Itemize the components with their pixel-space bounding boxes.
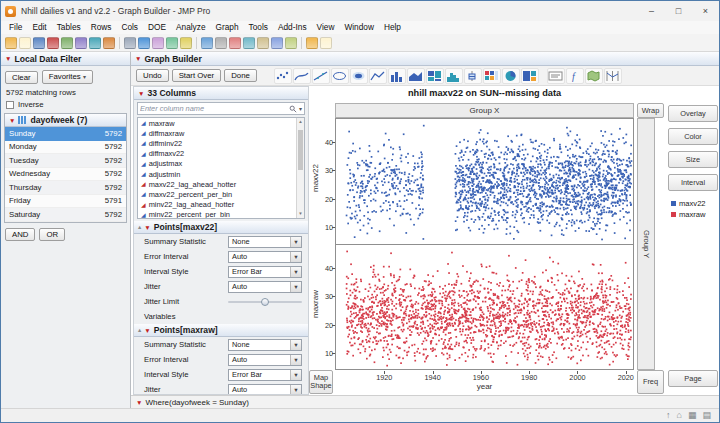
and-button[interactable]: AND xyxy=(5,228,35,241)
distribution-icon[interactable] xyxy=(124,37,136,49)
graph-element-contour-icon[interactable] xyxy=(350,68,368,84)
page-zone[interactable]: Page xyxy=(668,370,718,387)
graph-element-line-of-fit-icon[interactable] xyxy=(312,68,330,84)
scrollbar-thumb[interactable] xyxy=(298,130,303,170)
menu-addins[interactable]: Add-Ins xyxy=(273,21,312,34)
graph-element-treemap-icon[interactable] xyxy=(521,68,539,84)
graph-element-area-icon[interactable] xyxy=(407,68,425,84)
arrow-tool-icon[interactable] xyxy=(201,37,213,49)
graph-element-histogram-icon[interactable] xyxy=(445,68,463,84)
zoom-tool-icon[interactable] xyxy=(257,37,269,49)
done-button[interactable]: Done xyxy=(224,69,257,82)
maximize-icon[interactable]: □ xyxy=(665,1,692,21)
annotate-tool-icon[interactable] xyxy=(285,37,297,49)
menu-tools[interactable]: Tools xyxy=(244,21,273,34)
column-item[interactable]: ◢minv22_percent_per_bin xyxy=(138,210,304,219)
graph-element-bar-icon[interactable] xyxy=(388,68,406,84)
chevron-down-icon[interactable]: ▼ xyxy=(290,355,301,365)
column-item[interactable]: ◢maxv22_lag_ahead_hotter xyxy=(138,179,304,189)
menu-tables[interactable]: Tables xyxy=(52,21,86,34)
brush-tool-icon[interactable] xyxy=(229,37,241,49)
group-x-zone[interactable]: Group X xyxy=(335,103,634,118)
interval-zone[interactable]: Interval xyxy=(668,174,718,191)
chevron-down-icon[interactable]: ▼ xyxy=(290,252,301,262)
columns-header[interactable]: ▼ 33 Columns xyxy=(134,87,308,100)
undo-button[interactable]: Undo xyxy=(136,69,169,82)
filter-row-friday[interactable]: Friday5791 xyxy=(5,195,126,209)
section-header-points-maxraw-[interactable]: ▴▼Points[maxraw] xyxy=(134,324,308,337)
group-y-zone[interactable]: Group Y xyxy=(637,118,655,370)
jitter-limit-slider[interactable] xyxy=(228,296,302,308)
menu-edit[interactable]: Edit xyxy=(27,21,51,34)
copy-icon[interactable] xyxy=(61,37,73,49)
menu-analyze[interactable]: Analyze xyxy=(171,21,211,34)
slider-thumb[interactable] xyxy=(261,298,269,306)
scroll-up-icon[interactable]: ▲ xyxy=(297,118,304,126)
graph-element-map-shape-icon[interactable] xyxy=(585,68,603,84)
summary-statistic-select[interactable]: None▼ xyxy=(228,339,302,351)
local-data-filter-header[interactable]: ▼ Local Data Filter xyxy=(1,52,130,66)
column-item[interactable]: ◢maxraw xyxy=(138,118,304,128)
magnifier-icon[interactable] xyxy=(306,37,318,49)
red-triangle-icon[interactable]: ▼ xyxy=(135,55,141,62)
chevron-down-icon[interactable]: ▼ xyxy=(290,267,301,277)
filter-row-thursday[interactable]: Thursday5792 xyxy=(5,181,126,195)
graph-builder-header[interactable]: ▼ Graph Builder xyxy=(131,52,719,66)
graph-element-line-icon[interactable] xyxy=(369,68,387,84)
line-tool-icon[interactable] xyxy=(320,37,332,49)
section-header-points-maxv22-[interactable]: ▴▼Points[maxv22] xyxy=(134,221,308,234)
red-triangle-icon[interactable]: ▼ xyxy=(144,327,150,334)
fit-y-by-x-icon[interactable] xyxy=(138,37,150,49)
column-item[interactable]: ◢diffmaxraw xyxy=(138,128,304,138)
menu-window[interactable]: Window xyxy=(339,21,379,34)
red-triangle-icon[interactable]: ▼ xyxy=(9,117,15,124)
scroller-tool-icon[interactable] xyxy=(215,37,227,49)
or-button[interactable]: OR xyxy=(39,228,65,241)
up-arrow-icon[interactable]: ↑ xyxy=(666,409,671,422)
chevron-down-icon[interactable]: ▼ xyxy=(290,370,301,380)
jitter-select[interactable]: Auto▼ xyxy=(228,281,302,293)
table-icon[interactable]: ▤ xyxy=(702,409,711,422)
chevron-down-icon[interactable]: ▼ xyxy=(290,282,301,292)
scatter-panel-maxraw[interactable] xyxy=(336,245,633,370)
map-shape-zone[interactable]: Map Shape xyxy=(309,370,333,394)
menu-view[interactable]: View xyxy=(312,21,340,34)
overlay-zone[interactable]: Overlay xyxy=(668,105,718,122)
collapse-icon[interactable]: ▴ xyxy=(138,223,141,231)
red-triangle-icon[interactable]: ▼ xyxy=(138,90,144,97)
filter-row-tuesday[interactable]: Tuesday5792 xyxy=(5,154,126,168)
graph-element-parallel-icon[interactable] xyxy=(604,68,622,84)
script-editor-icon[interactable] xyxy=(103,37,115,49)
dayofweek-header[interactable]: ▼ dayofweek (7) xyxy=(5,114,126,127)
column-list-scrollbar[interactable]: ▲ ▼ xyxy=(296,118,304,218)
new-data-table-icon[interactable] xyxy=(5,37,17,49)
graph-element-mosaic-icon[interactable] xyxy=(426,68,444,84)
minimize-icon[interactable]: – xyxy=(638,1,665,21)
filter-row-saturday[interactable]: Saturday5792 xyxy=(5,208,126,222)
graph-element-heatmap-icon[interactable] xyxy=(483,68,501,84)
wrap-zone[interactable]: Wrap xyxy=(637,103,664,118)
graph-element-ellipse-icon[interactable] xyxy=(331,68,349,84)
menu-graph[interactable]: Graph xyxy=(211,21,244,34)
interval-style-select[interactable]: Error Bar▼ xyxy=(228,266,302,278)
red-triangle-icon[interactable]: ▼ xyxy=(144,224,150,231)
error-interval-select[interactable]: Auto▼ xyxy=(228,354,302,366)
column-item[interactable]: ◢minv22_lag_ahead_hotter xyxy=(138,200,304,210)
menu-rows[interactable]: Rows xyxy=(86,21,117,34)
menu-cols[interactable]: Cols xyxy=(116,21,143,34)
scatter-plot-area[interactable] xyxy=(335,118,634,370)
summary-statistic-select[interactable]: None▼ xyxy=(228,236,302,248)
column-item[interactable]: ◢adjustmin xyxy=(138,169,304,179)
error-interval-select[interactable]: Auto▼ xyxy=(228,251,302,263)
interval-style-select[interactable]: Error Bar▼ xyxy=(228,369,302,381)
jitter-select[interactable]: Auto▼ xyxy=(228,384,302,396)
chevron-down-icon[interactable]: ▼ xyxy=(290,237,301,247)
paste-icon[interactable] xyxy=(75,37,87,49)
collapse-icon[interactable]: ▴ xyxy=(138,326,141,334)
clear-button[interactable]: Clear xyxy=(5,71,38,84)
filter-row-wednesday[interactable]: Wednesday5792 xyxy=(5,168,126,182)
graph-builder-icon[interactable] xyxy=(166,37,178,49)
freq-zone[interactable]: Freq xyxy=(637,370,664,394)
column-item[interactable]: ◢adjustmax xyxy=(138,159,304,169)
graph-element-caption-box-icon[interactable] xyxy=(547,68,565,84)
